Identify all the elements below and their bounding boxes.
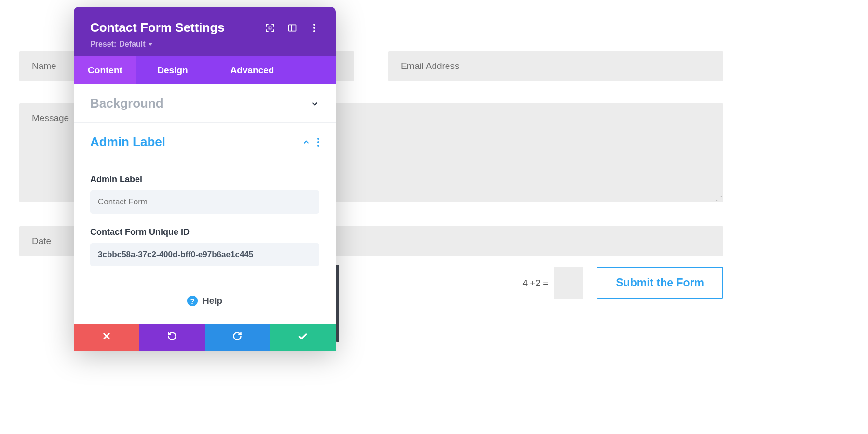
captcha: 4 +2 = [522,267,583,299]
undo-icon [167,331,177,343]
more-icon[interactable] [310,23,319,33]
panel-header-icons [265,23,319,33]
tab-content[interactable]: Content [74,56,136,84]
help-button[interactable]: ? Help [74,281,336,324]
resize-bar[interactable] [336,265,339,342]
preset-selector[interactable]: Preset: Default [90,40,319,49]
help-icon: ? [187,296,198,306]
panel-title: Contact Form Settings [90,20,225,35]
section-admin-label-icons [302,138,319,147]
section-admin-label[interactable]: Admin Label [74,123,336,161]
section-background[interactable]: Background [74,84,336,123]
chevron-down-icon [311,99,319,108]
section-more-icon[interactable] [317,138,319,147]
section-background-title: Background [90,96,163,111]
unique-id-field-label: Contact Form Unique ID [90,227,319,237]
panel-title-row: Contact Form Settings [90,20,319,35]
chevron-up-icon [302,138,311,147]
cancel-button[interactable] [74,324,139,351]
panel-body: Background Admin Label Admin Label Conta… [74,84,336,351]
captcha-input[interactable] [554,267,583,299]
email-input[interactable] [388,51,723,81]
section-admin-label-title: Admin Label [90,135,165,149]
check-icon [298,331,308,343]
admin-label-field-label: Admin Label [90,175,319,185]
close-icon [102,332,111,343]
unique-id-value[interactable]: 3cbbc58a-37c2-400d-bff0-e97b6ae1c445 [90,243,319,266]
settings-panel: Contact Form Settings Preset: Default Co… [74,7,336,351]
save-button[interactable] [270,324,336,351]
columns-icon[interactable] [287,23,297,33]
section-admin-label-content: Admin Label Contact Form Unique ID 3cbbc… [74,161,336,281]
panel-actions [74,324,336,351]
svg-rect-0 [269,27,271,29]
undo-button[interactable] [139,324,205,351]
admin-label-input[interactable] [90,190,319,214]
svg-rect-1 [289,25,296,31]
caret-down-icon [148,43,153,46]
captcha-label: 4 +2 = [522,278,548,288]
submit-button[interactable]: Submit the Form [597,267,723,299]
redo-button[interactable] [205,324,271,351]
panel-header: Contact Form Settings Preset: Default [74,7,336,56]
tab-design[interactable]: Design [136,56,209,84]
help-label: Help [203,296,222,306]
preset-prefix: Preset: [90,40,116,49]
tab-advanced[interactable]: Advanced [209,56,296,84]
redo-icon [232,331,242,343]
tabs: Content Design Advanced [74,56,336,84]
expand-icon[interactable] [265,23,275,33]
preset-value: Default [119,40,145,49]
